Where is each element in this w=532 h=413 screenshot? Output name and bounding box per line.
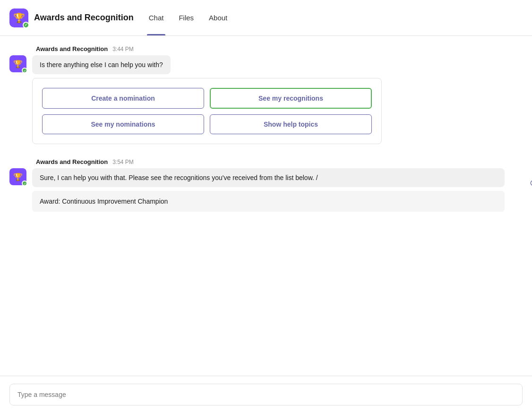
message-sender-2: Awards and Recognition <box>36 158 108 165</box>
status-indicator <box>23 22 29 28</box>
message-time-2: 3:54 PM <box>112 159 134 165</box>
trophy-icon-1: 🏆 <box>13 60 23 69</box>
message-content-2: Sure, I can help you with that. Please s… <box>32 168 523 212</box>
message-row-2: 🏆 Sure, I can help you with that. Please… <box>9 168 523 212</box>
see-nominations-button[interactable]: See my nominations <box>42 114 204 134</box>
nav-tabs: Chat Files About <box>147 0 230 35</box>
create-nomination-button[interactable]: Create a nomination <box>42 88 204 109</box>
message-block-2: Awards and Recognition 3:54 PM 🏆 Sure, I… <box>9 158 523 212</box>
check-dot-2 <box>22 181 27 186</box>
check-dot-1 <box>22 68 27 73</box>
bot-avatar-1: 🏆 <box>9 55 26 72</box>
message-time-1: 3:44 PM <box>112 46 134 52</box>
message-row-1: 🏆 Is there anything else I can help you … <box>9 55 523 144</box>
input-area <box>0 376 532 413</box>
bot-avatar-2: 🏆 <box>9 168 26 185</box>
app-title: Awards and Recognition <box>34 13 134 23</box>
app-icon: 🏆 <box>9 9 28 27</box>
see-recognitions-button[interactable]: See my recognitions <box>210 88 372 109</box>
app-header: 🏆 Awards and Recognition Chat Files Abou… <box>0 0 532 36</box>
trophy-icon: 🏆 <box>13 12 25 24</box>
action-buttons-grid: Create a nomination See my recognitions … <box>42 88 372 134</box>
trophy-icon-2: 🏆 <box>13 172 23 181</box>
message-input[interactable] <box>9 384 523 405</box>
message-bubble-2: Sure, I can help you with that. Please s… <box>32 168 505 187</box>
tab-files[interactable]: Files <box>177 0 196 35</box>
tab-about[interactable]: About <box>207 0 229 35</box>
show-help-topics-button[interactable]: Show help topics <box>210 114 372 134</box>
message-meta-1: Awards and Recognition 3:44 PM <box>36 45 523 52</box>
message-meta-2: Awards and Recognition 3:54 PM <box>36 158 523 165</box>
message-bubble-1: Is there anything else I can help you wi… <box>32 55 171 74</box>
tab-chat[interactable]: Chat <box>147 0 166 35</box>
award-block: Award: Continuous Improvement Champion <box>32 191 505 212</box>
right-check-icon: ⊙ <box>530 178 532 188</box>
message-content-1: Is there anything else I can help you wi… <box>32 55 523 144</box>
chat-area: Awards and Recognition 3:44 PM 🏆 Is ther… <box>0 36 532 375</box>
action-card-1: Create a nomination See my recognitions … <box>32 78 382 144</box>
message-sender-1: Awards and Recognition <box>36 45 108 52</box>
message-block-1: Awards and Recognition 3:44 PM 🏆 Is ther… <box>9 45 523 144</box>
